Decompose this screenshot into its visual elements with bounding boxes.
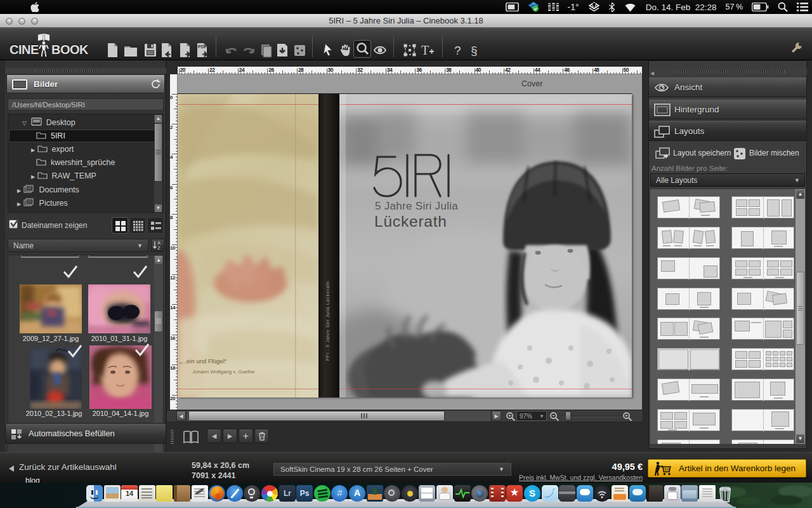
- svg-text:PDF: PDF: [198, 44, 207, 49]
- svg-text:§: §: [471, 44, 478, 57]
- svg-text:Z: Z: [157, 245, 160, 251]
- svg-text:T: T: [421, 43, 429, 57]
- svg-text:Johann Wolfgang v. Goethe: Johann Wolfgang v. Goethe: [192, 369, 255, 375]
- svg-text:„...ein und Flügel“: „...ein und Flügel“: [180, 358, 226, 364]
- svg-text:?: ?: [454, 44, 461, 57]
- svg-text:5 Jahre Siri Julia: 5 Jahre Siri Julia: [375, 200, 458, 212]
- svg-text:Lückerath: Lückerath: [374, 213, 447, 230]
